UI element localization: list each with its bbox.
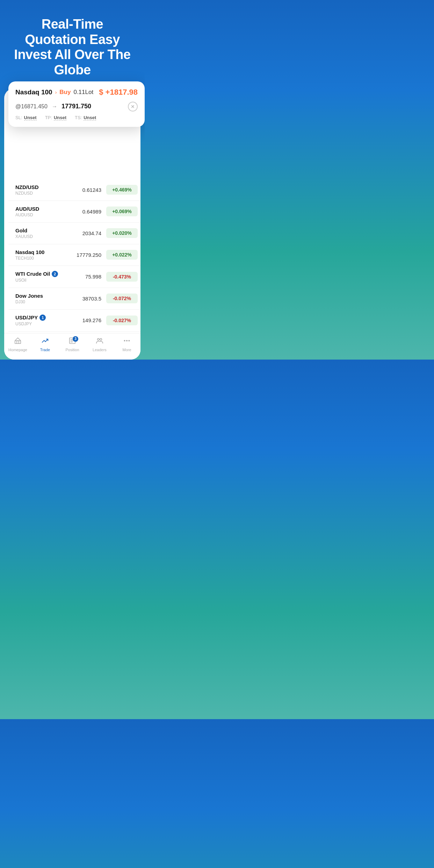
quote-info: Dow Jones DJ30 (15, 293, 58, 304)
quote-change: -0.027% (106, 316, 138, 325)
quote-price: 38703.5 (58, 296, 101, 302)
sl-label: SL: (15, 115, 22, 120)
quote-price: 2034.74 (58, 230, 101, 236)
app-card-container: Nasdaq 100 › Buy 0.11Lot $ +1817.98 @168… (0, 88, 145, 360)
quote-info: WTI Crude Oil 2 USOil (15, 271, 58, 283)
more-nav-label: More (122, 348, 131, 352)
svg-rect-2 (15, 341, 21, 343)
quote-change: -0.473% (106, 272, 138, 282)
quote-info: USD/JPY 1 USDJPY (15, 314, 58, 326)
quote-sub: DJ30 (15, 299, 58, 304)
more-nav-icon (123, 337, 131, 347)
nav-item-trade[interactable]: Trade (31, 337, 59, 352)
quote-sub: XAUUSD (15, 234, 58, 239)
trade-popup-left: Nasdaq 100 › Buy 0.11Lot (15, 88, 93, 96)
svg-point-8 (100, 338, 102, 340)
quote-change: +0.469% (106, 185, 138, 195)
sl-value[interactable]: Unset (24, 115, 37, 121)
nav-badge: 3 (73, 336, 78, 342)
svg-point-7 (97, 338, 100, 340)
quote-price: 75.998 (58, 274, 101, 280)
trade-prices-row: @16871.450 → 17791.750 ✕ (15, 102, 138, 111)
quote-change: +0.022% (106, 250, 138, 260)
quote-change: +0.020% (106, 228, 138, 238)
trade-stops-row: SL: Unset TP: Unset TS: Unset (15, 115, 138, 121)
ts-label: TS: (75, 115, 82, 120)
quote-sub: USOil (15, 278, 58, 283)
quote-sub: TECH100 (15, 256, 58, 261)
trade-pnl: $ +1817.98 (99, 88, 138, 97)
quote-info: NZD/USD NZDUSD (15, 184, 58, 196)
trailing-stop-item: TS: Unset (75, 115, 96, 121)
bottom-nav: Homepage Trade 3 Position Leaders More (4, 333, 140, 360)
leaders-nav-label: Leaders (93, 348, 107, 352)
trade-close-button[interactable]: ✕ (128, 102, 138, 111)
hero-title: Real-Time Quotation Easy Invest All Over… (10, 17, 134, 78)
svg-point-11 (129, 340, 129, 341)
quote-sub: USDJPY (15, 321, 58, 326)
quote-row[interactable]: Gold XAUUSD 2034.74 +0.020% (8, 223, 140, 244)
trade-popup-wrapper: Nasdaq 100 › Buy 0.11Lot $ +1817.98 @168… (4, 85, 140, 127)
quote-info: AUD/USD AUDUSD (15, 206, 58, 217)
quote-row[interactable]: AUD/USD AUDUSD 0.64989 +0.069% (8, 201, 140, 223)
main-card: Trade ☆ NZD/USD NZDUSD 0.61243 +0.469% A… (4, 88, 140, 360)
position-nav-label: Position (65, 348, 79, 352)
quote-change: +0.069% (106, 207, 138, 216)
quote-row[interactable]: USD/JPY 1 USDJPY 149.276 -0.027% (8, 310, 140, 332)
nav-item-more[interactable]: More (113, 337, 140, 352)
quote-row[interactable]: Dow Jones DJ30 38703.5 -0.072% (8, 288, 140, 310)
quote-badge: 2 (52, 271, 58, 277)
quote-change: -0.072% (106, 294, 138, 303)
quote-row[interactable]: WTI Crude Oil 2 USOil 75.998 -0.473% (8, 266, 140, 288)
quote-name: Nasdaq 100 (15, 249, 58, 255)
quote-price: 0.61243 (58, 187, 101, 193)
hero-section: Real-Time Quotation Easy Invest All Over… (0, 0, 145, 88)
quote-price: 149.276 (58, 317, 101, 323)
quote-row[interactable]: NZD/USD NZDUSD 0.61243 +0.469% (8, 179, 140, 201)
svg-point-10 (126, 340, 127, 341)
homepage-nav-label: Homepage (8, 348, 27, 352)
trade-popup: Nasdaq 100 › Buy 0.11Lot $ +1817.98 @168… (8, 81, 145, 127)
leaders-nav-icon (96, 337, 103, 347)
quote-name: Dow Jones (15, 293, 58, 299)
trade-nav-label: Trade (40, 348, 50, 352)
quote-sub: AUDUSD (15, 212, 58, 217)
quote-price: 0.64989 (58, 209, 101, 215)
trade-current-price: 17791.750 (62, 103, 91, 110)
trade-action: Buy (59, 89, 71, 96)
quote-name: WTI Crude Oil 2 (15, 271, 58, 277)
tp-label: TP: (45, 115, 52, 120)
quote-badge: 1 (39, 314, 46, 321)
svg-point-9 (124, 340, 125, 341)
stop-loss-item: SL: Unset (15, 115, 37, 121)
nav-item-position[interactable]: 3 Position (59, 337, 86, 352)
trade-popup-header: Nasdaq 100 › Buy 0.11Lot $ +1817.98 (15, 88, 138, 97)
quote-sub: NZDUSD (15, 191, 58, 196)
nav-item-leaders[interactable]: Leaders (86, 337, 113, 352)
trade-entry-price: @16871.450 (15, 103, 48, 110)
quote-name: AUD/USD (15, 206, 58, 212)
quote-row[interactable]: Nasdaq 100 TECH100 17779.250 +0.022% (8, 244, 140, 266)
trade-symbol: Nasdaq 100 (15, 88, 52, 96)
quote-list: NZD/USD NZDUSD 0.61243 +0.469% AUD/USD A… (8, 179, 140, 360)
trade-direction-arrow-icon: › (55, 89, 57, 95)
trade-nav-icon (41, 337, 49, 347)
ts-value[interactable]: Unset (84, 115, 96, 121)
trade-lot: 0.11Lot (73, 89, 93, 96)
nav-item-homepage[interactable]: Homepage (4, 337, 31, 352)
homepage-nav-icon (14, 337, 22, 347)
take-profit-item: TP: Unset (45, 115, 66, 121)
trade-price-arrow-icon: → (52, 103, 57, 110)
quote-name: NZD/USD (15, 184, 58, 190)
quote-name: USD/JPY 1 (15, 314, 58, 321)
quote-price: 17779.250 (58, 252, 101, 258)
tp-value[interactable]: Unset (54, 115, 66, 121)
quote-info: Nasdaq 100 TECH100 (15, 249, 58, 261)
quote-name: Gold (15, 227, 58, 233)
quote-info: Gold XAUUSD (15, 227, 58, 239)
